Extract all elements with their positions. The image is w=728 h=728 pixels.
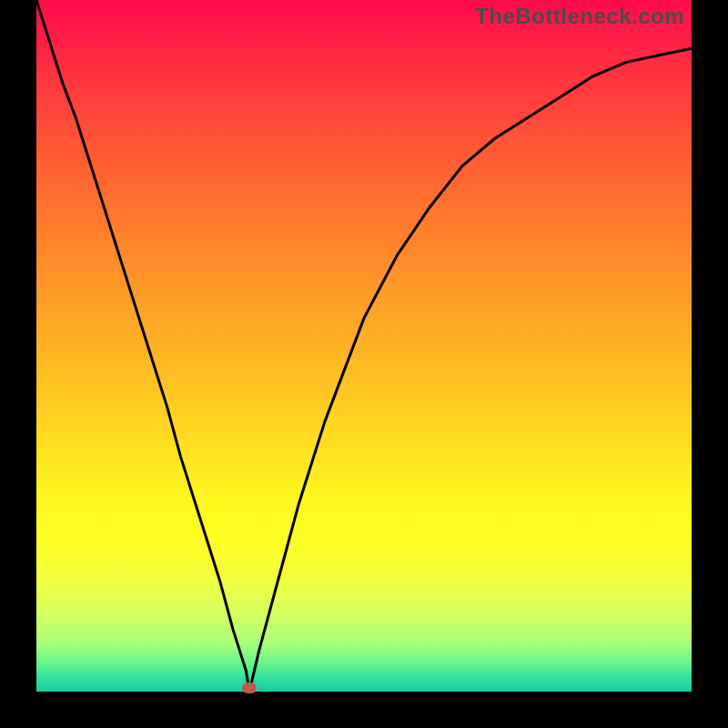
chart-frame: TheBottleneck.com bbox=[0, 0, 728, 728]
plot-area: TheBottleneck.com bbox=[36, 0, 692, 692]
bottleneck-curve bbox=[36, 0, 692, 692]
